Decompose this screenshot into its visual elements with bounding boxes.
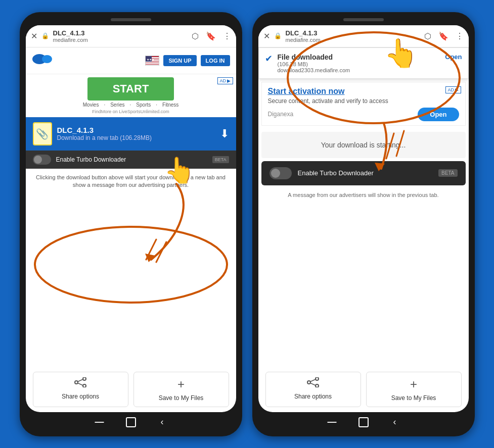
lock-icon-right: 🔒 xyxy=(274,32,282,39)
ad-link-fitness[interactable]: Fitness xyxy=(162,102,178,108)
site-header-left: ★★★ SIGN UP LOG IN xyxy=(26,47,236,74)
svg-rect-6 xyxy=(146,62,159,63)
disclaimer-text-left: Clicking the download button above will … xyxy=(33,174,229,189)
bottom-content-right: Share options + Save to My Files xyxy=(258,202,469,412)
browser-icons-right: ⬡ 🔖 ⋮ xyxy=(424,31,464,41)
nav-recents-left[interactable]: ‹ xyxy=(156,416,168,428)
notif-title-right: File downloaded xyxy=(278,53,440,61)
file-icon-left: 📎 xyxy=(33,122,52,145)
phone-screen-right: ✕ 🔒 DLC_4.1.3 mediafire.com ⬡ 🔖 ⋮ ✔ Fi xyxy=(258,25,469,412)
toggle-knob-right xyxy=(271,169,280,178)
svg-line-22 xyxy=(310,379,316,382)
page-content-left: ★★★ SIGN UP LOG IN AD ▶ START Movies · S… xyxy=(26,47,236,412)
save-to-files-label-right: Save to My Files xyxy=(391,394,436,402)
menu-icon-left[interactable]: ⋮ xyxy=(223,31,231,41)
nav-back-right[interactable]: — xyxy=(326,416,338,428)
phone-left: ✕ 🔒 DLC_4.1.3 mediafire.com ⬡ 🔖 ⋮ xyxy=(20,12,242,436)
share-options-button-right[interactable]: Share options xyxy=(265,372,361,407)
save-icon-right: + xyxy=(410,377,417,391)
download-arrow-icon-left[interactable]: ⬇ xyxy=(220,127,229,140)
signup-button-left[interactable]: SIGN UP xyxy=(163,55,196,66)
nav-back-left[interactable]: — xyxy=(94,416,106,428)
ad-title-right: Start activation now xyxy=(268,86,459,96)
ad-link-series[interactable]: Series xyxy=(110,102,124,108)
notification-info-right: File downloaded (106.28 MB) download2303… xyxy=(278,53,440,73)
ad-link-movies[interactable]: Movies xyxy=(83,102,99,108)
phone-right: ✕ 🔒 DLC_4.1.3 mediafire.com ⬡ 🔖 ⋮ ✔ Fi xyxy=(252,12,475,436)
bottom-content-left: Clicking the download button above will … xyxy=(26,169,236,412)
svg-point-13 xyxy=(83,384,86,387)
close-icon-right[interactable]: ✕ xyxy=(263,31,270,41)
turbo-bar-right: Enable Turbo Downloader BETA xyxy=(261,161,466,185)
browser-title-area-right: DLC_4.1.3 mediafire.com xyxy=(286,29,420,43)
phone-notch-right xyxy=(343,18,384,21)
share-options-label-right: Share options xyxy=(294,393,332,400)
ad-brand-right: Diganexa xyxy=(268,111,294,118)
menu-icon-right[interactable]: ⋮ xyxy=(456,31,464,41)
phone-left-frame: ✕ 🔒 DLC_4.1.3 mediafire.com ⬡ 🔖 ⋮ xyxy=(20,12,242,436)
save-to-files-button-right[interactable]: + Save to My Files xyxy=(366,372,462,407)
ad-row-right: Diganexa Open xyxy=(268,108,459,121)
site-logo-left xyxy=(32,52,57,70)
lock-icon-left: 🔒 xyxy=(41,32,49,39)
svg-text:★★★: ★★★ xyxy=(147,58,154,61)
turbo-toggle-left[interactable] xyxy=(33,155,51,165)
phone-nav-left: — ‹ xyxy=(26,412,236,430)
bookmark-icon-right[interactable]: 🔖 xyxy=(438,31,448,41)
share-icon-left xyxy=(74,377,86,390)
share-options-button-left[interactable]: Share options xyxy=(33,372,128,407)
svg-point-12 xyxy=(83,377,86,380)
bottom-actions-right: Share options + Save to My Files xyxy=(265,372,462,407)
ad-link-sep2: · xyxy=(130,102,131,108)
bookmark-icon-left[interactable]: 🔖 xyxy=(206,31,216,41)
svg-point-21 xyxy=(316,384,319,387)
download-starting-right: Your download is starting... xyxy=(261,132,466,158)
bottom-actions-left: Share options + Save to My Files xyxy=(33,372,229,407)
notif-size-right: (106.28 MB) xyxy=(278,61,440,67)
check-icon-right: ✔ xyxy=(265,53,273,64)
turbo-bar-left: Enable Turbo Downloader BETA xyxy=(26,151,236,169)
turbo-label-left: Enable Turbo Downloader xyxy=(56,156,207,163)
disclaimer-right: A message from our advertisers will show… xyxy=(258,188,469,202)
site-url-right: mediafire.com xyxy=(286,37,420,43)
save-to-files-button-left[interactable]: + Save to My Files xyxy=(133,372,229,407)
save-to-files-label-left: Save to My Files xyxy=(159,394,204,402)
save-icon-left: + xyxy=(177,377,185,391)
ad-banner-right: AD ▶ Start activation now Secure content… xyxy=(261,82,466,126)
start-button-left[interactable]: START xyxy=(87,77,174,101)
close-icon-left[interactable]: ✕ xyxy=(31,31,37,41)
login-button-left[interactable]: LOG IN xyxy=(201,55,230,66)
header-right-left: ★★★ SIGN UP LOG IN xyxy=(145,55,230,66)
nav-recents-right[interactable]: ‹ xyxy=(389,416,401,428)
share-nav-icon-right[interactable]: ⬡ xyxy=(424,31,431,41)
svg-line-23 xyxy=(310,383,316,385)
ad-links-left: Movies · Series · Sports · Fitness xyxy=(29,101,233,109)
share-icon-right xyxy=(307,377,319,390)
toggle-knob-left xyxy=(34,156,42,164)
phone-right-frame: ✕ 🔒 DLC_4.1.3 mediafire.com ⬡ 🔖 ⋮ ✔ Fi xyxy=(252,12,475,436)
svg-point-1 xyxy=(42,55,52,63)
download-bar-left[interactable]: 📎 DLC_4.1.3 Download in a new tab (106.2… xyxy=(26,117,236,151)
svg-line-14 xyxy=(78,379,83,382)
download-size-left: Download in a new tab (106.28MB) xyxy=(57,134,215,141)
ad-badge-right: AD ▶ xyxy=(445,86,461,93)
download-filename-left: DLC_4.1.3 xyxy=(57,126,215,134)
nav-home-right[interactable] xyxy=(358,417,369,427)
browser-icons-left: ⬡ 🔖 ⋮ xyxy=(192,31,231,41)
ad-link-sports[interactable]: Sports xyxy=(136,102,151,108)
beta-badge-left: BETA xyxy=(212,156,229,163)
site-url-left: mediafire.com xyxy=(53,37,188,43)
phone-screen-left: ✕ 🔒 DLC_4.1.3 mediafire.com ⬡ 🔖 ⋮ xyxy=(26,25,236,412)
beta-badge-right: BETA xyxy=(438,169,457,177)
browser-bar-left: ✕ 🔒 DLC_4.1.3 mediafire.com ⬡ 🔖 ⋮ xyxy=(26,25,236,47)
svg-line-15 xyxy=(78,383,83,385)
page-content-right: ✔ File downloaded (106.28 MB) download23… xyxy=(258,47,469,412)
turbo-toggle-right[interactable] xyxy=(270,167,292,179)
ad-subtitle-right: Secure content, activate and verify to a… xyxy=(268,97,459,105)
ad-badge-left: AD ▶ xyxy=(217,77,233,84)
ad-open-button-right[interactable]: Open xyxy=(418,108,459,121)
notif-open-button-right[interactable]: Open xyxy=(445,53,462,61)
share-nav-icon-left[interactable]: ⬡ xyxy=(192,31,199,41)
svg-point-20 xyxy=(316,377,319,380)
nav-home-left[interactable] xyxy=(126,417,136,427)
